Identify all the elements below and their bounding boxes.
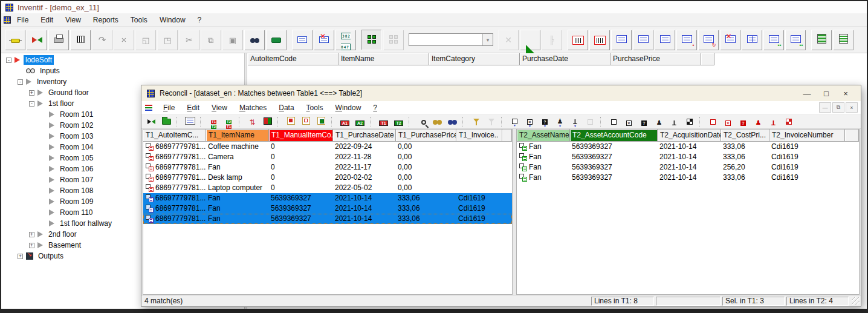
unmark-stamp-button[interactable]: T (766, 116, 780, 128)
menu-edit[interactable]: Edit (34, 14, 59, 26)
reconcil-menu-data[interactable]: Data (273, 102, 300, 114)
menu-item[interactable]: ? (192, 14, 208, 26)
show-marked-question-button[interactable]: ?▼ (538, 116, 552, 128)
barcode-labels-button[interactable] (568, 30, 588, 50)
show-marked-stamp-button[interactable]: T▼ (568, 116, 582, 128)
group-objects-button[interactable] (361, 30, 382, 50)
doc-cubes-alt-button[interactable]: ▪▪ (785, 30, 806, 50)
show-marked-cross-button[interactable]: ✕▼ (523, 116, 537, 128)
expand-icon[interactable]: + (18, 254, 23, 259)
table1-row[interactable]: 68697779781...Fan02022-11-170,00 (143, 162, 512, 173)
column-header-t2-acquisitiondate[interactable]: T2_AcquisitionDate (658, 130, 721, 142)
resize-grip[interactable] (852, 297, 860, 305)
transfer-t2-t1-button[interactable]: T2T1 (222, 116, 236, 128)
reconcil-menu-item[interactable]: ? (367, 102, 383, 114)
tree-item-inputs[interactable]: Inputs (1, 65, 244, 76)
mark-stamp-user-button[interactable]: ♟ (652, 116, 666, 128)
sort-matches-button[interactable]: ⇅ (245, 116, 259, 128)
column-header-t2-assetname[interactable]: T2_AssetName (517, 130, 570, 142)
unmark-stamp-user-button[interactable]: ♟ (751, 116, 765, 128)
frame-filled-button[interactable] (284, 116, 298, 128)
match-arrows-button[interactable] (144, 116, 158, 128)
barcode-printer-button[interactable] (70, 30, 91, 50)
badge-a2-button[interactable]: A2 (353, 116, 367, 128)
reconcil-menu-matches[interactable]: Matches (233, 102, 273, 114)
mdi-close-button[interactable]: × (846, 102, 858, 113)
expand-icon[interactable]: + (29, 232, 34, 237)
reconcil-menu-window[interactable]: Window (329, 102, 368, 114)
bg-column-header-itemname[interactable]: ItemName (338, 53, 429, 65)
collapse-icon[interactable]: - (6, 58, 11, 63)
doc-cubes-button[interactable]: ▪▪ (763, 30, 784, 50)
show-marked-box-button[interactable]: ▼ (508, 116, 522, 128)
frame-outline-button[interactable] (299, 116, 313, 128)
table1-row[interactable]: 68697779781...Desk lamp02020-02-020,00 (143, 173, 512, 183)
unmark-cross-button[interactable]: ✕ (721, 116, 735, 128)
show-marked-stamp-user-button[interactable]: ♟▼ (553, 116, 567, 128)
doc-cube-button[interactable]: ▪ (676, 30, 697, 50)
reconcil-menu-view[interactable]: View (206, 102, 233, 114)
reconcil-titlebar[interactable]: Reconcil - [dataset_en : Matches between… (141, 85, 861, 101)
table1-row[interactable]: 68697779781...Fan56393693272021-10-14333… (143, 193, 512, 203)
doc-columns-button[interactable] (742, 30, 762, 50)
doc-refresh-button[interactable]: ↻ (698, 30, 719, 50)
mark-box-button[interactable] (607, 116, 621, 128)
menu-file[interactable]: File (11, 14, 34, 26)
doc-delete-button[interactable]: ✕ (720, 30, 740, 50)
chevron-down-icon[interactable]: ▾ (482, 34, 493, 45)
mail-delete-button[interactable]: ✕ (314, 30, 334, 50)
find-gold-button[interactable] (430, 116, 444, 128)
find-blue-button[interactable] (445, 116, 459, 128)
green-rows-button[interactable] (811, 30, 832, 50)
counter-digits-button[interactable]: 382047 (335, 30, 356, 50)
menu-tools[interactable]: Tools (125, 14, 154, 26)
table2-row[interactable]: Fan56393693272021-10-14333,06Cdi1619 (517, 152, 859, 162)
minimize-button[interactable]: — (797, 87, 817, 100)
unmark-box-button[interactable] (706, 116, 720, 128)
mark-stamp-button[interactable]: T (667, 116, 681, 128)
zoom-search-button[interactable] (415, 116, 429, 128)
column-header-t2-invoicenumber[interactable]: T2_InvoiceNumber (769, 130, 845, 142)
memo-card-button[interactable] (292, 30, 313, 50)
filter-button[interactable] (469, 116, 483, 128)
column-header-t2-costpri[interactable]: T2_CostPri... (721, 130, 769, 142)
bg-column-header-purchasedate[interactable]: PurchaseDate (520, 53, 611, 65)
expand-icon[interactable]: + (29, 90, 34, 96)
open-folder-button[interactable] (160, 116, 173, 128)
connector-button[interactable] (5, 30, 25, 50)
scanner-button[interactable] (266, 30, 287, 50)
table1-row[interactable]: 68697779781...Coffee machine02022-09-240… (143, 142, 512, 152)
bg-column-header-purchaseprice[interactable]: PurchasePrice (611, 53, 701, 65)
table2-row[interactable]: Fan56393693272021-10-14256,20Cdi1619 (517, 162, 859, 173)
table1-row[interactable]: 68697779781...Camera02022-11-280,00 (143, 152, 512, 162)
find-binoculars-button[interactable] (244, 30, 265, 50)
menu-window[interactable]: Window (154, 14, 192, 26)
table2-row[interactable]: Fan56393693272021-10-14333,06Cdi1619 (517, 173, 859, 183)
properties-form-button[interactable] (183, 116, 197, 128)
column-header-t1-itemname[interactable]: T1_ItemName (206, 130, 269, 142)
expand-icon[interactable]: + (29, 243, 34, 248)
table2-row[interactable]: Fan56393693272021-10-14333,06Cdi1619 (517, 142, 859, 152)
printer-button[interactable] (48, 30, 69, 50)
column-header-t1-manualitemco[interactable]: T1_ManualItemCo... (269, 130, 333, 142)
doc-lines-button[interactable] (611, 30, 632, 50)
collapse-icon[interactable]: - (18, 79, 23, 85)
swap-arrows-button[interactable] (27, 30, 47, 50)
set-square-button[interactable] (520, 30, 540, 50)
mdi-minimize-button[interactable]: — (819, 102, 831, 113)
table1-row[interactable]: 68697779781...Fan56393693272021-10-14333… (143, 214, 512, 224)
badge-t2-button[interactable]: T2 (392, 116, 406, 128)
toolbar-combobox[interactable]: ▾ (409, 33, 493, 46)
column-header-t1-invoice[interactable]: T1_Invoice.. (456, 130, 502, 142)
menu-reports[interactable]: Reports (87, 14, 125, 26)
mark-cross-button[interactable]: ✕ (622, 116, 636, 128)
bg-column-header-autoitemcode[interactable]: AutoItemCode (248, 53, 338, 65)
unmark-auto-button[interactable] (782, 116, 795, 128)
barcode-labels-alt-button[interactable] (589, 30, 610, 50)
column-header-t1-purchaseprice[interactable]: T1_PurchasePrice (396, 130, 456, 142)
column-header-t2-assetaccountcode[interactable]: T2_AssetAccountCode (570, 130, 658, 142)
doc-list-button[interactable] (633, 30, 653, 50)
close-button[interactable]: × (836, 87, 855, 100)
doc-list-detail-button[interactable] (655, 30, 675, 50)
maximize-button[interactable]: □ (817, 87, 836, 100)
